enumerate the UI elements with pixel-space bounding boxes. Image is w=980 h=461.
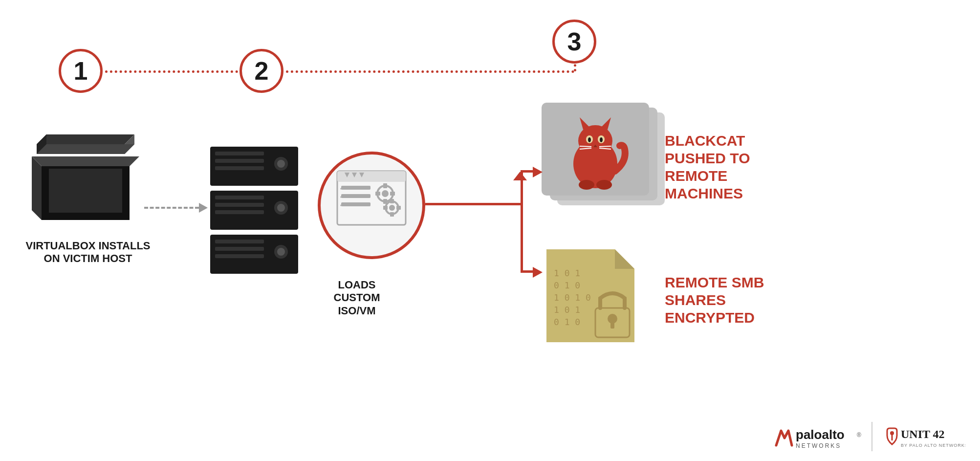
- arrow-head-blackcat: [533, 167, 543, 177]
- step-circle-1: 1: [59, 49, 103, 93]
- dashed-arrow-head: [199, 203, 208, 213]
- svg-point-63: [579, 180, 594, 190]
- svg-text:paloalto: paloalto: [796, 427, 845, 442]
- arrow-head-encrypted: [533, 267, 543, 278]
- svg-text:✓: ✓: [339, 184, 345, 192]
- label-remote-smb-text: REMOTE SMBSHARESENCRYPTED: [665, 274, 764, 326]
- svg-rect-47: [390, 212, 394, 217]
- svg-rect-42: [375, 192, 380, 196]
- footer-divider: [871, 422, 872, 451]
- blackcat-svg: [556, 108, 634, 191]
- step-number-2: 2: [255, 56, 269, 86]
- svg-point-51: [578, 125, 612, 156]
- svg-rect-48: [383, 206, 388, 210]
- svg-text:1 0 1 0: 1 0 1 0: [554, 292, 591, 303]
- svg-rect-11: [215, 247, 264, 251]
- svg-rect-49: [396, 206, 401, 210]
- svg-marker-7: [37, 144, 134, 154]
- svg-point-57: [600, 137, 603, 142]
- label-loads-text: LOADSCUSTOMISO/VM: [334, 279, 380, 317]
- svg-text:✓: ✓: [339, 192, 345, 200]
- dotted-line-1-2: [105, 70, 238, 73]
- svg-rect-12: [215, 254, 264, 258]
- svg-marker-66: [615, 249, 634, 269]
- svg-rect-10: [215, 240, 264, 243]
- label-loads: LOADSCUSTOMISO/VM: [293, 279, 420, 317]
- svg-rect-8: [49, 169, 122, 213]
- server-stack: [210, 127, 318, 279]
- label-blackcat: BLACKCATPUSHED TOREMOTEMACHINES: [665, 132, 750, 202]
- svg-point-79: [890, 431, 894, 435]
- svg-rect-40: [383, 183, 387, 188]
- footer: paloalto NETWORKS ® UNIT 42 BY PALO ALTO…: [774, 422, 965, 451]
- dashed-arrow-line: [144, 207, 199, 209]
- step-number-1: 1: [74, 56, 88, 86]
- arrow-head-top: [513, 172, 527, 180]
- svg-line-61: [599, 146, 611, 147]
- svg-text:BY PALO ALTO NETWORKS: BY PALO ALTO NETWORKS: [901, 443, 965, 448]
- svg-point-64: [596, 180, 612, 190]
- arrow-main-h: [425, 203, 523, 205]
- svg-text:0 1 0: 0 1 0: [554, 317, 580, 327]
- svg-rect-43: [390, 192, 395, 196]
- svg-marker-2: [32, 156, 42, 220]
- svg-text:UNIT 42: UNIT 42: [901, 428, 945, 440]
- svg-rect-74: [610, 322, 614, 329]
- unit42-logo: UNIT 42 BY PALO ALTO NETWORKS: [882, 423, 965, 450]
- svg-rect-33: [341, 194, 370, 198]
- step-number-3: 3: [567, 27, 582, 56]
- label-blackcat-text: BLACKCATPUSHED TOREMOTEMACHINES: [665, 132, 750, 201]
- svg-text:1 0 1: 1 0 1: [554, 268, 580, 278]
- svg-rect-34: [341, 202, 370, 206]
- svg-point-14: [277, 248, 285, 256]
- svg-rect-24: [215, 166, 264, 170]
- diagram-container: 1 2 3: [0, 0, 980, 461]
- svg-marker-4: [37, 134, 134, 144]
- paloalto-svg: paloalto NETWORKS ®: [774, 423, 862, 450]
- step-circle-2: 2: [240, 49, 283, 93]
- svg-marker-52: [580, 117, 590, 130]
- svg-point-45: [389, 205, 395, 211]
- svg-marker-53: [600, 117, 611, 130]
- label-remote-smb: REMOTE SMBSHARESENCRYPTED: [665, 274, 764, 327]
- cat-card: [542, 103, 649, 196]
- svg-rect-46: [390, 199, 394, 203]
- svg-text:NETWORKS: NETWORKS: [796, 442, 841, 449]
- svg-rect-18: [215, 210, 264, 214]
- svg-rect-32: [341, 186, 370, 190]
- label-virtualbox: VIRTUALBOX INSTALLS ON VICTIM HOST: [20, 240, 156, 265]
- step-circle-3: 3: [552, 20, 596, 64]
- arrow-fork-down: [521, 204, 523, 273]
- svg-rect-23: [215, 159, 264, 163]
- virtualbox-icon: [32, 117, 139, 225]
- label-virtualbox-text: VIRTUALBOX INSTALLS ON VICTIM HOST: [25, 240, 150, 264]
- svg-point-26: [277, 160, 285, 168]
- paloalto-logo: paloalto NETWORKS ®: [774, 423, 862, 450]
- svg-marker-3: [32, 156, 139, 166]
- svg-text:1 0 1: 1 0 1: [554, 305, 580, 315]
- svg-point-20: [277, 204, 285, 212]
- svg-point-56: [588, 137, 591, 142]
- svg-text:✓: ✓: [339, 200, 345, 208]
- svg-point-39: [382, 190, 389, 197]
- encrypted-doc: 1 0 1 0 1 0 1 0 1 0 1 0 1 0 1 0: [542, 249, 639, 347]
- svg-line-59: [580, 146, 591, 147]
- dashed-arrow: [144, 203, 208, 213]
- svg-rect-17: [215, 203, 264, 207]
- iso-circle: ✓ ✓ ✓: [318, 152, 425, 259]
- svg-rect-22: [215, 152, 264, 155]
- svg-rect-16: [215, 196, 264, 199]
- svg-text:®: ®: [857, 432, 861, 439]
- dotted-line-2-3h: [286, 70, 574, 73]
- unit42-svg: UNIT 42 BY PALO ALTO NETWORKS: [882, 423, 965, 450]
- svg-text:0 1 0: 0 1 0: [554, 280, 580, 290]
